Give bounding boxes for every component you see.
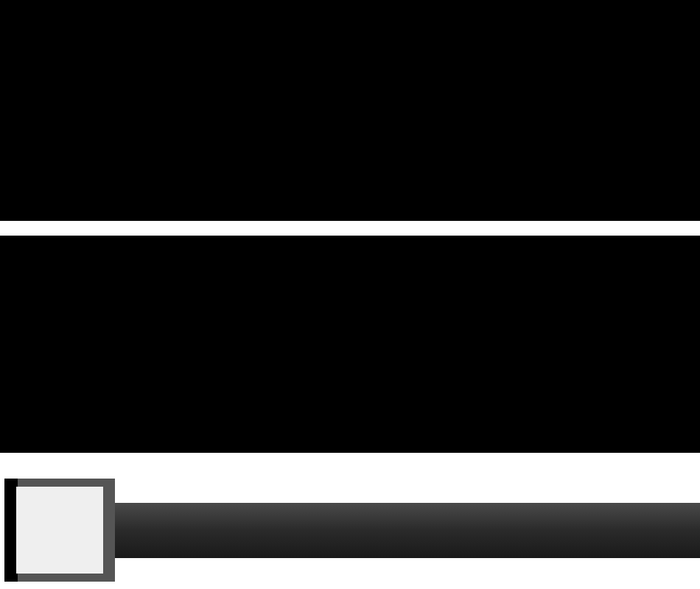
- dimension-section: [0, 471, 700, 589]
- dimension-letter-box: [4, 479, 115, 582]
- dimension-bar: [115, 503, 700, 558]
